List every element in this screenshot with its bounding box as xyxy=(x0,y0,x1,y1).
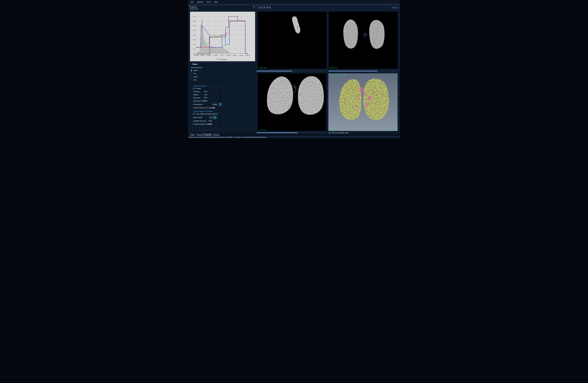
coronal-slice-image xyxy=(258,73,326,131)
svg-text:0.88: 0.88 xyxy=(193,20,195,22)
sample-distance-value[interactable]: 0.50 xyxy=(209,120,212,122)
svg-text:TF & Histogram: TF & Histogram xyxy=(217,58,227,60)
radio-circle-icon xyxy=(190,79,192,81)
vtk-version-label: VTK 9.5.2 xyxy=(392,7,399,9)
toolbar-button-o[interactable]: O xyxy=(268,6,271,9)
specular-power-spinner[interactable]: ▲▼ xyxy=(220,100,222,102)
combo-dropdown-icon xyxy=(219,103,222,106)
svg-text:1.00: 1.00 xyxy=(193,16,195,17)
svg-text:0.00: 0.00 xyxy=(193,53,195,55)
axial-slice-image xyxy=(329,12,398,69)
active-channel-label: Active channel: xyxy=(190,67,202,69)
auto-adjust-checkbox-row[interactable]: ✓ Auto Adjust Sample Distance xyxy=(193,113,218,115)
axial-slice-slider[interactable] xyxy=(329,70,398,72)
image-sample-distance-value[interactable]: 1.00 xyxy=(209,123,212,125)
image-sample-distance-spinner[interactable]: ▲▼ xyxy=(220,123,222,125)
svg-text:825.00: 825.00 xyxy=(239,55,243,56)
diffuse-spinner[interactable]: ▲▼ xyxy=(220,93,222,96)
blend-mode-value: Coı xyxy=(209,116,213,118)
radio-green[interactable]: green xyxy=(190,76,198,78)
specular-power-value[interactable]: 3.00 xyxy=(204,100,207,102)
dock-float-icon[interactable] xyxy=(253,6,254,8)
ambient-spinner[interactable]: ▲▼ xyxy=(220,90,222,93)
svg-text:0.75: 0.75 xyxy=(193,25,195,27)
volume-tf-title: Volume TF xyxy=(189,8,198,10)
toolbar-button-s[interactable]: S xyxy=(257,6,260,9)
dock-close-icon[interactable]: × xyxy=(255,6,256,7)
volume-3d-viewport[interactable]: [-71.55, -337.31, 450.96] 60.12 FPS [-10… xyxy=(328,73,398,131)
svg-text:0.25: 0.25 xyxy=(193,44,195,45)
radio-blue[interactable]: blue xyxy=(190,79,197,81)
diffuse-label: Diffuse xyxy=(193,94,199,96)
specular-value[interactable]: 0.30 xyxy=(204,97,207,99)
sagittal-slice-slider[interactable] xyxy=(257,70,327,72)
menu-file[interactable]: File xyxy=(191,1,194,3)
radio-label: red xyxy=(193,73,196,75)
radio-alpha[interactable]: alpha xyxy=(190,70,198,71)
menu-help[interactable]: Help xyxy=(214,1,218,3)
interpolation-label: Interpolation xyxy=(193,103,203,105)
svg-text:275.00: 275.00 xyxy=(227,55,231,56)
axial-viewport[interactable]: A 258 / 370 xyxy=(329,12,398,69)
auto-adjust-checkbox[interactable]: ✓ xyxy=(193,113,195,115)
toolbar-button-c[interactable]: C xyxy=(260,6,262,9)
radio-red[interactable]: red xyxy=(190,73,196,75)
coronal-viewport[interactable]: C 295 / 512 xyxy=(258,73,326,131)
menu-tools[interactable]: Tools xyxy=(207,1,211,3)
radio-label: alpha xyxy=(193,70,198,71)
blend-mode-combobox[interactable]: Coı xyxy=(208,116,217,119)
sagittal-viewport[interactable]: S 320 / 640 xyxy=(258,12,327,69)
tab-utility[interactable]: Utility xyxy=(189,133,196,136)
axial-slice-overlay: A 258 / 370 xyxy=(329,67,337,68)
hand-pointer-icon xyxy=(263,7,264,8)
interpolation-combobox[interactable]: Linear xyxy=(211,103,222,106)
blend-mode-label: Blend Mode xyxy=(193,116,203,118)
auto-adjust-label: Auto Adjust Sample Distance xyxy=(196,113,218,115)
status-message: Dicom series loaded from /home/catalin/W… xyxy=(189,136,266,138)
specular-label: Specular xyxy=(193,97,200,99)
svg-text:-550.00: -550.00 xyxy=(207,55,211,56)
shade-checkbox[interactable]: ✓ xyxy=(193,88,195,90)
svg-text:0.00: 0.00 xyxy=(221,55,223,56)
application-window: File Window Tools Help S C A R O VTK 9.5… xyxy=(188,0,400,138)
svg-text:-1100.00: -1100.00 xyxy=(194,55,199,56)
tab-properties[interactable]: Properties xyxy=(203,133,213,136)
scalar-opacity-spinner[interactable]: ▲▼ xyxy=(220,106,222,109)
menu-window[interactable]: Window xyxy=(197,1,203,3)
radio-circle-icon xyxy=(190,73,192,75)
camera-icon xyxy=(260,7,261,8)
volume-mapper-title: Volume Mapper Properties xyxy=(193,110,213,112)
dock-title: Properties xyxy=(189,6,197,8)
scalar-opacity-value[interactable]: 1.50 xyxy=(211,107,215,109)
svg-text:0.13: 0.13 xyxy=(193,48,195,50)
radio-label: blue xyxy=(193,79,197,81)
eye-icon xyxy=(269,7,270,8)
radio-label: green xyxy=(193,76,198,78)
combo-dropdown-icon xyxy=(213,116,217,119)
interpolation-value: Linear xyxy=(211,103,219,105)
sample-distance-spinner[interactable]: ▲▼ xyxy=(220,120,222,122)
tf-histogram-chart[interactable]: 0.000.130.250.380.500.630.750.881.00-110… xyxy=(190,12,255,61)
volume-properties-title: Volume Properties xyxy=(193,85,208,87)
tab-tracking[interactable]: Tracking xyxy=(212,133,220,136)
toolbar-letter: A xyxy=(264,7,265,8)
toolbar-letter: R xyxy=(267,7,268,8)
bottom-tab-bar: Utility Planning Properties Tracking xyxy=(188,133,400,136)
ambient-value[interactable]: 0.20 xyxy=(204,91,207,93)
specular-spinner[interactable]: ▲▼ xyxy=(220,96,222,99)
shade-label: Shade xyxy=(196,88,201,90)
shade-checkbox-row[interactable]: ✓ Shade xyxy=(193,88,201,90)
reset-button[interactable]: Reset xyxy=(192,63,198,65)
slider-handle[interactable] xyxy=(291,70,292,72)
diffuse-value[interactable]: 1.20 xyxy=(204,94,207,96)
fps-overlay: 60.12 FPS xyxy=(329,129,336,131)
toolbar-button-r[interactable]: R xyxy=(266,6,268,9)
radio-circle-icon xyxy=(190,70,192,71)
toolbar-letter: C xyxy=(262,7,262,8)
toolbar-button-a[interactable]: A xyxy=(263,6,265,9)
svg-text:0.50: 0.50 xyxy=(193,34,195,36)
svg-text:550.00: 550.00 xyxy=(233,55,237,56)
slider-handle[interactable] xyxy=(377,70,378,72)
radio-circle-icon xyxy=(190,76,192,78)
wire-sphere-icon xyxy=(266,7,267,8)
